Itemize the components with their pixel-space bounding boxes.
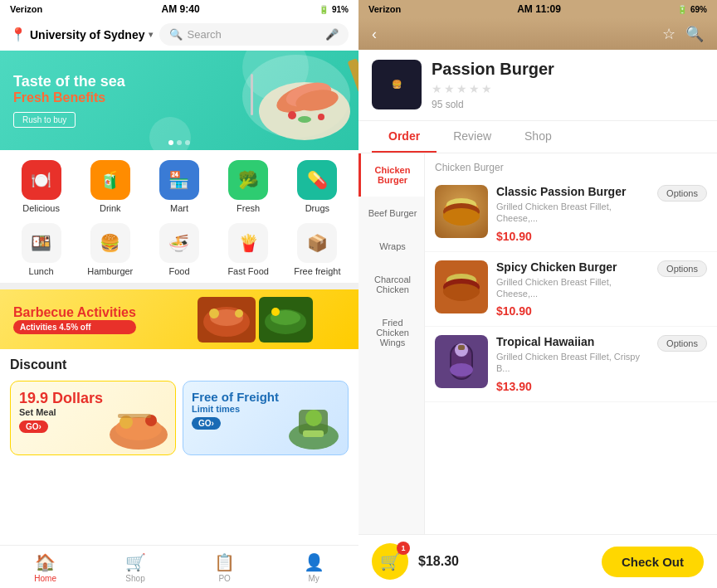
location-button[interactable]: 📍 University of Sydney ▾ <box>10 27 153 42</box>
cart-icon-wrap[interactable]: 🛒 1 <box>372 543 408 580</box>
search-icon-right[interactable]: 🔍 <box>685 25 704 43</box>
chevron-down-icon: ▾ <box>149 30 153 39</box>
freefreight-label: Free freight <box>294 266 340 276</box>
category-mart[interactable]: 🏪 Mart <box>154 160 204 213</box>
sidebar-beef-burger[interactable]: Beef Burger <box>358 197 424 230</box>
dot-2 <box>177 140 182 145</box>
food-icon: 🍜 <box>159 223 199 263</box>
back-button[interactable]: ‹ <box>372 26 377 43</box>
discount-go-2[interactable]: GO› <box>192 417 221 430</box>
category-delicious[interactable]: 🍽️ Delicious <box>17 160 66 213</box>
item-2-desc: Grilled Chicken Breast Fillet, Cheese,..… <box>496 276 649 300</box>
mic-icon[interactable]: 🎤 <box>325 28 339 41</box>
star-icon[interactable]: ☆ <box>662 25 676 43</box>
cart-badge: 1 <box>397 542 410 555</box>
drugs-label: Drugs <box>305 203 329 213</box>
checkout-button[interactable]: Check Out <box>602 547 704 577</box>
item-1-info: Classic Passion Burger Grilled Chicken B… <box>496 185 649 243</box>
promo-banner[interactable]: Barbecue Activities Activities 4.5% off <box>0 289 358 349</box>
sidebar-charcoal[interactable]: Charcoal Chicken <box>358 263 424 306</box>
discount-go-1[interactable]: GO› <box>19 420 48 433</box>
food-img-3 <box>435 335 488 388</box>
svg-point-30 <box>443 208 480 225</box>
tab-shop[interactable]: Shop <box>508 121 568 153</box>
fresh-label: Fresh <box>237 203 260 213</box>
hamburger-icon: 🍔 <box>90 223 130 263</box>
discount-price-1: 19.9 Dollars <box>19 390 103 407</box>
category-freefreight[interactable]: 📦 Free freight <box>292 223 342 276</box>
category-fresh[interactable]: 🥦 Fresh <box>223 160 273 213</box>
food-label: Food <box>168 266 189 276</box>
menu-items-list: Chicken Burger Classic Passion Burger Gr… <box>425 153 717 534</box>
header-icons: ☆ 🔍 <box>662 25 704 43</box>
options-btn-2[interactable]: Options <box>657 260 707 277</box>
categories-row1: 🍽️ Delicious 🧃 Drink 🏪 Mart 🥦 Fresh 💊 Dr… <box>0 150 358 216</box>
discount-title: Discount <box>10 357 349 372</box>
star-3: ★ <box>456 82 467 95</box>
nav-home[interactable]: 🏠 Home <box>34 552 56 583</box>
cart-icon: 🛒 <box>380 552 401 571</box>
tab-order[interactable]: Order <box>372 121 437 153</box>
po-label: PO <box>218 574 230 583</box>
status-bar-left: Verizon AM 9:40 🔋 91% <box>0 0 358 18</box>
banner-title: Taste of the sea <box>13 73 125 90</box>
svg-rect-4 <box>251 74 253 115</box>
discount-card-1[interactable]: 19.9 Dollars Set Meal GO› <box>10 381 176 455</box>
sidebar-fried-wings[interactable]: Fried Chicken Wings <box>358 306 424 359</box>
options-btn-1[interactable]: Options <box>657 185 707 202</box>
nav-shop[interactable]: 🛒 Shop <box>125 552 146 583</box>
sidebar-chicken-burger[interactable]: Chicken Burger <box>358 153 424 197</box>
category-hamburger[interactable]: 🍔 Hamburger <box>85 223 135 276</box>
category-food[interactable]: 🍜 Food <box>154 223 204 276</box>
hero-banner[interactable]: Taste of the sea Fresh Benefits Rush to … <box>0 51 358 150</box>
promo-title: Barbecue Activities <box>13 305 136 320</box>
fresh-icon: 🥦 <box>228 160 268 200</box>
category-lunch[interactable]: 🍱 Lunch <box>17 223 66 276</box>
discount-sub-1: Set Meal <box>19 407 103 417</box>
item-1-price: $10.90 <box>496 230 649 243</box>
discount-free-sub: Limit times <box>192 404 279 414</box>
nav-po[interactable]: 📋 PO <box>214 552 235 583</box>
carrier-left: Verizon <box>10 4 42 14</box>
svg-point-5 <box>288 111 296 119</box>
category-drink[interactable]: 🧃 Drink <box>85 160 135 213</box>
category-drugs[interactable]: 💊 Drugs <box>292 160 342 213</box>
right-header: ‹ ☆ 🔍 <box>358 18 717 50</box>
cart-bar: 🛒 1 $18.30 Check Out <box>358 534 717 588</box>
battery-icon-right: 🔋 <box>677 5 687 14</box>
drink-icon: 🧃 <box>90 160 130 200</box>
options-btn-3[interactable]: Options <box>657 335 707 352</box>
food-img-2 <box>435 260 488 313</box>
shop-icon: 🛒 <box>125 552 146 572</box>
star-2: ★ <box>444 82 455 95</box>
food-img-1 <box>435 185 488 238</box>
category-fastfood[interactable]: 🍟 Fast Food <box>223 223 273 276</box>
item-3-right: Options <box>657 335 707 352</box>
star-rating: ★ ★ ★ ★ ★ <box>432 82 704 95</box>
svg-point-35 <box>443 284 480 300</box>
search-icon: 🔍 <box>169 28 183 41</box>
sold-count: 95 sold <box>432 99 704 110</box>
star-5: ★ <box>481 82 492 95</box>
shop-label: Shop <box>125 574 144 583</box>
promo-badge: Activities 4.5% off <box>13 320 136 334</box>
my-icon: 👤 <box>304 552 324 572</box>
item-3-info: Tropical Hawaiian Grilled Chicken Breast… <box>496 335 649 393</box>
menu-sidebar: Chicken Burger Beef Burger Wraps Charcoa… <box>358 153 425 534</box>
drink-label: Drink <box>100 203 121 213</box>
dot-1 <box>168 140 173 145</box>
svg-point-6 <box>318 114 324 120</box>
fastfood-label: Fast Food <box>227 266 269 276</box>
nav-my[interactable]: 👤 My <box>304 552 324 583</box>
drugs-icon: 💊 <box>297 160 337 200</box>
lunch-icon: 🍱 <box>22 223 61 263</box>
restaurant-info: Passion Burger ★ ★ ★ ★ ★ 95 sold <box>432 60 704 110</box>
banner-button[interactable]: Rush to buy <box>13 112 76 128</box>
phone-left: Verizon AM 9:40 🔋 91% 📍 University of Sy… <box>0 0 358 588</box>
search-bar[interactable]: 🔍 Search 🎤 <box>159 23 349 46</box>
tab-review[interactable]: Review <box>437 121 508 153</box>
sidebar-wraps[interactable]: Wraps <box>358 230 424 263</box>
discount-card-2[interactable]: Free of Freight Limit times GO› <box>183 381 349 455</box>
item-3-desc: Grilled Chicken Breast Fillet, Crispy B.… <box>496 351 649 375</box>
home-icon: 🏠 <box>35 552 56 572</box>
